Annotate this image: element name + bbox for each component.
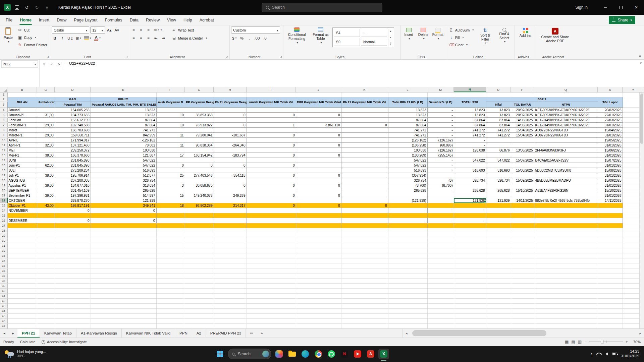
cell-M13[interactable]: (255.145) xyxy=(427,153,454,158)
cell-I34[interactable] xyxy=(247,258,296,263)
cell-D19[interactable]: 184.677.010 xyxy=(55,183,91,188)
cell-B20[interactable]: SEPTEMBER xyxy=(7,188,37,193)
cell-O31[interactable] xyxy=(486,243,511,248)
cell-C35[interactable] xyxy=(37,263,55,268)
cell-N18[interactable]: 326.734 xyxy=(454,178,486,183)
cell-X39[interactable] xyxy=(598,284,623,289)
cell-K38[interactable] xyxy=(341,279,388,284)
cell-I20[interactable] xyxy=(247,188,296,193)
cell-F32[interactable] xyxy=(156,248,185,253)
cell-E26[interactable]: 0 xyxy=(91,218,156,223)
cell-D22[interactable]: 339.870.270 xyxy=(55,198,91,203)
cell-J24[interactable] xyxy=(296,208,341,213)
cell-N4[interactable]: 13.823 xyxy=(454,108,486,113)
accounting-format-button[interactable]: $ xyxy=(231,35,237,42)
cell-O26[interactable] xyxy=(486,218,511,223)
cell-C38[interactable] xyxy=(37,279,55,284)
cell-E11[interactable]: 78.082 xyxy=(91,143,156,148)
cell-E16[interactable]: 516.693 xyxy=(91,168,156,173)
cell-J31[interactable] xyxy=(296,243,341,248)
cell-G31[interactable] xyxy=(185,243,214,248)
cell-F22[interactable] xyxy=(156,198,185,203)
cell-K10[interactable] xyxy=(341,138,388,143)
copilot-button[interactable] xyxy=(274,349,284,359)
cell-K5[interactable] xyxy=(341,113,388,118)
menu-tab-view[interactable]: View xyxy=(163,15,180,25)
row-header-45[interactable]: 45 xyxy=(0,314,7,319)
cell-L20[interactable]: 265.628 xyxy=(388,188,427,193)
comma-style-button[interactable]: , xyxy=(246,35,252,42)
cell-L19[interactable]: (8.700) xyxy=(388,183,427,188)
cell-N9[interactable]: 741.272 xyxy=(454,133,486,138)
cell-K11[interactable] xyxy=(341,143,388,148)
cell-K25[interactable] xyxy=(341,213,388,218)
cell-G39[interactable] xyxy=(185,284,214,289)
cell-O25[interactable] xyxy=(486,213,511,218)
row-header-15[interactable]: 15 xyxy=(0,163,7,168)
cell-J10[interactable] xyxy=(296,138,341,143)
cell-G40[interactable] xyxy=(185,289,214,294)
cell-G8[interactable] xyxy=(185,128,214,133)
cell-Q17[interactable] xyxy=(534,173,598,178)
cell-B26[interactable]: DESEMBER xyxy=(7,218,37,223)
row-header-12[interactable]: 12 xyxy=(0,148,7,153)
column-header-N[interactable]: N xyxy=(454,87,486,92)
cell-M16[interactable]: - xyxy=(427,168,454,173)
cell-Q29[interactable] xyxy=(534,233,598,238)
row-header-42[interactable]: 42 xyxy=(0,299,7,304)
cell-G22[interactable] xyxy=(185,198,214,203)
cell-B45[interactable] xyxy=(7,314,37,319)
cell-G34[interactable] xyxy=(185,258,214,263)
cell-F13[interactable]: 17 xyxy=(156,153,185,158)
cell-G6[interactable] xyxy=(185,118,214,123)
cell-M18[interactable]: (0) xyxy=(427,178,454,183)
cell-O15[interactable] xyxy=(486,163,511,168)
cell-P25[interactable] xyxy=(511,213,534,218)
cell-L24[interactable]: - xyxy=(388,208,427,213)
cell-I7[interactable]: 1 xyxy=(247,123,296,128)
cell-F23[interactable]: 18 xyxy=(156,203,185,208)
cell-N42[interactable] xyxy=(454,299,486,304)
cell-O37[interactable] xyxy=(486,274,511,279)
cell-X41[interactable] xyxy=(598,294,623,299)
cell-O46[interactable] xyxy=(486,319,511,324)
cell-H42[interactable] xyxy=(214,299,247,304)
cell-J6[interactable] xyxy=(296,118,341,123)
cell-B31[interactable] xyxy=(7,243,37,248)
cell-D7[interactable]: 102.740.588 xyxy=(55,123,91,128)
vertical-scrollbar-thumb[interactable] xyxy=(640,94,643,144)
cell-J8[interactable] xyxy=(296,128,341,133)
cell-I31[interactable] xyxy=(247,243,296,248)
insert-function-icon[interactable]: fx xyxy=(56,61,62,67)
cell-O29[interactable] xyxy=(486,233,511,238)
cell-C5[interactable]: 31,00 xyxy=(37,113,55,118)
cell-F36[interactable] xyxy=(156,268,185,274)
taskbar-search[interactable]: Search xyxy=(228,349,271,359)
percent-style-button[interactable]: % xyxy=(238,35,245,42)
cell-M28[interactable] xyxy=(427,228,454,233)
cell-K30[interactable] xyxy=(341,238,388,243)
cell-G4[interactable] xyxy=(185,108,214,113)
cell-X16[interactable]: 15/08/2026 xyxy=(598,168,623,173)
cell-E33[interactable] xyxy=(91,253,156,258)
cell-Q32[interactable] xyxy=(534,248,598,253)
header-total-ssp[interactable]: TOTAL SSP xyxy=(454,97,486,108)
name-box[interactable]: N22 xyxy=(1,60,38,68)
cell-I9[interactable]: 0 xyxy=(247,133,296,138)
cell-X25[interactable] xyxy=(598,213,623,218)
cell-D10[interactable]: 171.994.017 xyxy=(55,138,91,143)
insert-cells-button[interactable]: Insert xyxy=(402,26,415,54)
cell-H26[interactable] xyxy=(214,218,247,223)
cell-Q38[interactable] xyxy=(534,279,598,284)
cell-G25[interactable] xyxy=(185,213,214,218)
cell-style-normal[interactable]: Normal xyxy=(361,38,387,46)
youtube-button[interactable] xyxy=(352,349,363,359)
cell-P22[interactable]: 14/11/2025 xyxy=(511,198,534,203)
cell-I12[interactable] xyxy=(247,148,296,153)
cell-H11[interactable]: -264.340 xyxy=(214,143,247,148)
cell-O9[interactable]: 741.272 xyxy=(486,133,511,138)
cell-F12[interactable] xyxy=(156,148,185,153)
cell-X12[interactable]: 13/06/2025 xyxy=(598,148,623,153)
menu-tab-home[interactable]: Home xyxy=(16,15,35,25)
cell-O8[interactable]: 741.272 xyxy=(486,128,511,133)
